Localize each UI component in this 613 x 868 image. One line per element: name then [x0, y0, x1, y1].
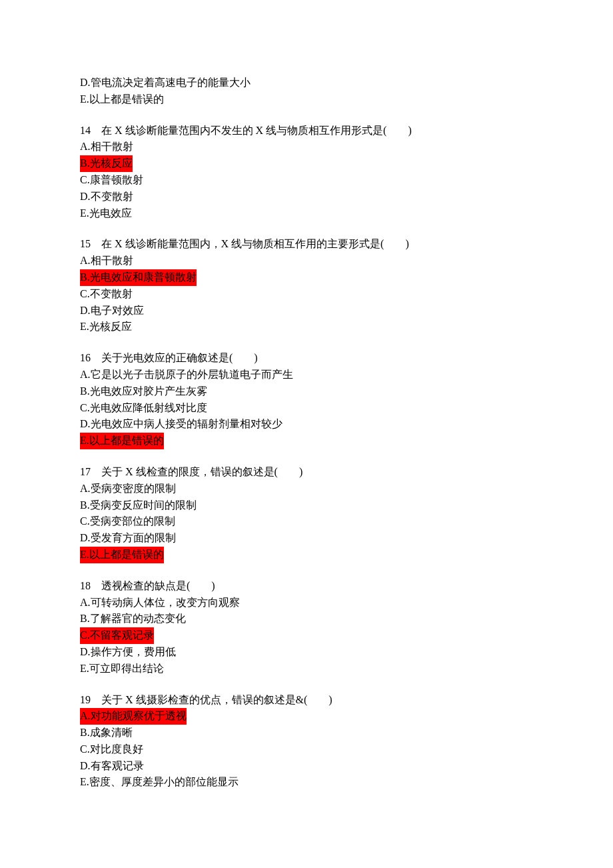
- option: B.了解器官的动态变化: [80, 611, 533, 627]
- option: A.它是以光子击脱原子的外层轨道电子而产生: [80, 367, 533, 383]
- option: D.受发育方面的限制: [80, 530, 533, 547]
- option: A.可转动病人体位，改变方向观察: [80, 595, 533, 611]
- highlighted-answer: E.以上都是错误的: [80, 433, 164, 449]
- question-stem: 19 关于 X 线摄影检查的优点，错误的叙述是&( ): [80, 692, 533, 709]
- option: C.康普顿散射: [80, 172, 533, 189]
- question-stem: 14 在 X 线诊断能量范围内不发生的 X 线与物质相互作用形式是( ): [80, 123, 533, 139]
- option: C.不留客观记录: [80, 627, 533, 644]
- option: C.光电效应降低射线对比度: [80, 400, 533, 417]
- option: E.光核反应: [80, 319, 533, 335]
- option: B.光电效应对胶片产生灰雾: [80, 383, 533, 400]
- option: D.操作方便，费用低: [80, 644, 533, 661]
- option: E.光电效应: [80, 205, 533, 222]
- leadin-option: E.以上都是错误的: [80, 91, 533, 108]
- option: A.对功能观察优于透视: [80, 708, 533, 725]
- option: A.相干散射: [80, 139, 533, 155]
- highlighted-answer: C.不留客观记录: [80, 627, 154, 644]
- option: B.光核反应: [80, 155, 533, 172]
- option: B.成象清晰: [80, 725, 533, 741]
- option: E.密度、厚度差异小的部位能显示: [80, 774, 533, 791]
- option: D.电子对效应: [80, 303, 533, 319]
- highlighted-answer: B.光电效应和康普顿散射: [80, 269, 197, 286]
- leadin-option: D.管电流决定着高速电子的能量大小: [80, 75, 533, 91]
- question-stem: 17 关于 X 线检查的限度，错误的叙述是( ): [80, 464, 533, 481]
- option: D.有客观记录: [80, 758, 533, 775]
- question-stem: 16 关于光电效应的正确叙述是( ): [80, 350, 533, 367]
- highlighted-answer: B.光核反应: [80, 155, 133, 172]
- option: E.以上都是错误的: [80, 547, 533, 563]
- highlighted-answer: E.以上都是错误的: [80, 547, 164, 563]
- option: D.光电效应中病人接受的辐射剂量相对较少: [80, 416, 533, 433]
- option: E.可立即得出结论: [80, 661, 533, 677]
- option: D.不变散射: [80, 189, 533, 205]
- option: B.光电效应和康普顿散射: [80, 269, 533, 286]
- question-stem: 18 透视检查的缺点是( ): [80, 578, 533, 595]
- option: A.受病变密度的限制: [80, 481, 533, 497]
- option: C.对比度良好: [80, 741, 533, 758]
- document-page: D.管电流决定着高速电子的能量大小 E.以上都是错误的 14 在 X 线诊断能量…: [0, 0, 613, 868]
- option: C.不变散射: [80, 286, 533, 303]
- option: A.相干散射: [80, 253, 533, 269]
- option: B.受病变反应时间的限制: [80, 497, 533, 514]
- option: C.受病变部位的限制: [80, 513, 533, 530]
- option: E.以上都是错误的: [80, 433, 533, 449]
- question-stem: 15 在 X 线诊断能量范围内，X 线与物质相互作用的主要形式是( ): [80, 236, 533, 253]
- highlighted-answer: A.对功能观察优于透视: [80, 708, 187, 725]
